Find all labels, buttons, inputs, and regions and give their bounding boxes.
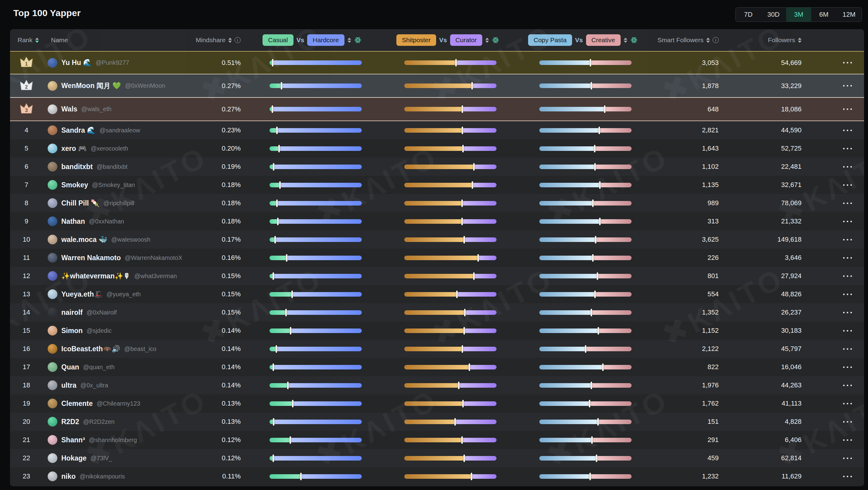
table-row-rank-15[interactable]: 15Simon@sjdedic0.14%1,15230,183: [10, 321, 864, 340]
user-cell[interactable]: niko@nikokampouris: [43, 467, 194, 485]
user-cell[interactable]: Yueya.eth🎩@yueya_eth: [43, 285, 194, 303]
row-menu-button[interactable]: [842, 105, 853, 113]
user-cell[interactable]: ✨whateverman✨🎙@what3verman: [43, 267, 194, 285]
user-cell[interactable]: Hokage@73lV_: [43, 449, 194, 467]
table-row-rank-9[interactable]: 9Nathan@0xxNathan0.18%31321,332: [10, 212, 864, 231]
column-header-smart-followers[interactable]: Smart Followers: [647, 36, 720, 44]
row-menu-button[interactable]: [842, 181, 853, 189]
sort-icon[interactable]: [706, 38, 710, 43]
table-row-rank-20[interactable]: 20R2D2@R2D2zen0.13%1514,828: [10, 412, 864, 431]
row-menu-button[interactable]: [842, 272, 853, 280]
time-filter-6m[interactable]: 6M: [811, 8, 836, 22]
row-menu-button[interactable]: [842, 127, 853, 134]
duel-bar: [270, 60, 362, 65]
user-cell[interactable]: R2D2@R2D2zen: [43, 412, 194, 431]
user-cell[interactable]: Clemente@Chilearmy123: [43, 394, 194, 412]
atom-icon[interactable]: [354, 36, 362, 44]
user-cell[interactable]: xero 🎮@xerocooleth: [43, 139, 194, 158]
user-cell[interactable]: Smokey@Smokey_titan: [43, 176, 194, 194]
atom-icon[interactable]: [492, 36, 499, 44]
duel-left-pill[interactable]: Shitposter: [396, 34, 436, 46]
time-filter-7d[interactable]: 7D: [736, 8, 761, 22]
duel-right-pill[interactable]: Curator: [450, 34, 482, 46]
table-row-rank-2[interactable]: 2WenMoon 闻月 💚@0xWenMoon0.27%1,87833,229: [10, 74, 864, 98]
row-menu-button[interactable]: [842, 327, 853, 335]
sort-icon[interactable]: [485, 38, 489, 43]
row-menu-button[interactable]: [842, 381, 853, 389]
row-menu-button[interactable]: [842, 400, 853, 407]
user-cell[interactable]: ultra@0x_ultra: [43, 376, 194, 394]
user-cell[interactable]: Sandra 🌊@sandraaleow: [43, 121, 194, 139]
user-cell[interactable]: Yu Hu 🌊@Punk9277: [43, 52, 194, 74]
table-row-rank-19[interactable]: 19Clemente@Chilearmy1230.13%1,76241,113: [10, 394, 864, 412]
user-cell[interactable]: Shann³@shannholmberg: [43, 431, 194, 449]
row-menu-button[interactable]: [842, 473, 853, 480]
duel-right-pill[interactable]: Hardcore: [307, 34, 344, 46]
info-icon[interactable]: [235, 37, 241, 43]
user-cell[interactable]: wale.moca 🐳@waleswoosh: [43, 231, 194, 249]
user-cell[interactable]: Nathan@0xxNathan: [43, 212, 194, 231]
table-row-rank-22[interactable]: 22Hokage@73lV_0.12%45962,814: [10, 449, 864, 467]
table-row-rank-23[interactable]: 23niko@nikokampouris0.11%1,23211,629: [10, 467, 864, 485]
table-row-rank-17[interactable]: 17Quan@quan_eth0.14%82216,046: [10, 358, 864, 376]
row-menu-button[interactable]: [842, 218, 853, 225]
row-menu-button[interactable]: [842, 363, 853, 371]
row-menu-button[interactable]: [842, 236, 853, 243]
duel-bar-cell: [512, 249, 647, 267]
table-row-rank-16[interactable]: 16IcoBeast.eth🦇🔊@beast_ico0.14%2,12245,7…: [10, 340, 864, 358]
row-menu-button[interactable]: [842, 145, 853, 152]
row-menu-button[interactable]: [842, 309, 853, 316]
info-icon[interactable]: [713, 37, 719, 43]
duel-right-pill[interactable]: Creative: [586, 34, 621, 46]
sort-icon[interactable]: [228, 38, 232, 43]
row-menu-button[interactable]: [842, 418, 853, 426]
row-menu-button[interactable]: [842, 436, 853, 444]
column-header-rank[interactable]: Rank: [10, 36, 43, 44]
user-cell[interactable]: IcoBeast.eth🦇🔊@beast_ico: [43, 340, 194, 358]
duel-bar-cell: [512, 467, 647, 485]
user-cell[interactable]: Simon@sjdedic: [43, 321, 194, 340]
row-menu-button[interactable]: [842, 163, 853, 171]
time-filter-3m[interactable]: 3M: [786, 8, 811, 22]
table-row-rank-7[interactable]: 7Smokey@Smokey_titan0.18%1,13532,671: [10, 176, 864, 194]
table-row-rank-14[interactable]: 14nairolf@0xNairolf0.15%1,35226,237: [10, 303, 864, 321]
sort-icon[interactable]: [347, 38, 351, 43]
sort-icon[interactable]: [35, 38, 39, 43]
duel-left-pill[interactable]: Casual: [262, 34, 293, 46]
duel-left-pill[interactable]: Copy Pasta: [528, 34, 572, 46]
table-row-rank-11[interactable]: 11Warren Nakamoto@WarrenNakamotoX0.16%22…: [10, 249, 864, 267]
user-cell[interactable]: banditxbt@banditxbt: [43, 158, 194, 176]
table-row-rank-8[interactable]: 8Chill Pill 🍡@ripchillpill0.18%98978,069: [10, 194, 864, 212]
user-cell[interactable]: Quan@quan_eth: [43, 358, 194, 376]
table-row-rank-21[interactable]: 21Shann³@shannholmberg0.12%2916,406: [10, 431, 864, 449]
user-cell[interactable]: nairolf@0xNairolf: [43, 303, 194, 321]
row-menu-button[interactable]: [842, 455, 853, 462]
table-row-rank-13[interactable]: 13Yueya.eth🎩@yueya_eth0.15%55448,826: [10, 285, 864, 303]
table-row-rank-6[interactable]: 6banditxbt@banditxbt0.19%1,10222,481: [10, 158, 864, 176]
sort-icon[interactable]: [624, 38, 627, 43]
table-row-rank-3[interactable]: 3Wals@wals_eth0.27%64818,086: [10, 98, 864, 121]
row-menu-button[interactable]: [842, 254, 853, 262]
atom-icon[interactable]: [630, 36, 638, 44]
table-row-rank-10[interactable]: 10wale.moca 🐳@waleswoosh0.17%3,625149,61…: [10, 231, 864, 249]
user-cell[interactable]: WenMoon 闻月 💚@0xWenMoon: [43, 74, 194, 97]
row-menu-button[interactable]: [842, 200, 853, 207]
table-row-rank-1[interactable]: 1Yu Hu 🌊@Punk92770.51%3,05354,669: [10, 51, 864, 74]
table-row-rank-4[interactable]: 4Sandra 🌊@sandraaleow0.23%2,82144,590: [10, 121, 864, 139]
smart-followers-value: 1,878: [647, 74, 720, 97]
table-row-rank-18[interactable]: 18ultra@0x_ultra0.14%1,97644,263: [10, 376, 864, 394]
sort-icon[interactable]: [798, 38, 802, 43]
user-cell[interactable]: Wals@wals_eth: [43, 98, 194, 121]
column-header-mindshare[interactable]: Mindshare: [194, 36, 241, 44]
time-filter-12m[interactable]: 12M: [836, 8, 862, 22]
row-menu-button[interactable]: [842, 82, 853, 90]
table-row-rank-12[interactable]: 12✨whateverman✨🎙@what3verman0.15%80127,9…: [10, 267, 864, 285]
row-menu-button[interactable]: [842, 290, 853, 298]
table-row-rank-5[interactable]: 5xero 🎮@xerocooleth0.20%1,64352,725: [10, 139, 864, 158]
time-filter-30d[interactable]: 30D: [761, 8, 786, 22]
row-menu-button[interactable]: [842, 59, 853, 66]
column-header-followers[interactable]: Followers: [720, 36, 804, 44]
row-menu-button[interactable]: [842, 345, 853, 353]
user-cell[interactable]: Chill Pill 🍡@ripchillpill: [43, 194, 194, 212]
user-cell[interactable]: Warren Nakamoto@WarrenNakamotoX: [43, 249, 194, 267]
